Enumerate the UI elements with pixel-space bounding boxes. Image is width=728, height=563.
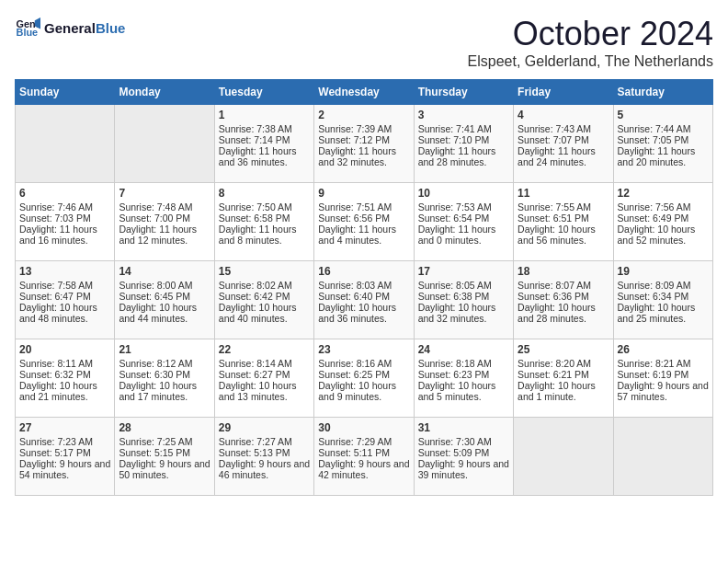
calendar-cell: 6 Sunrise: 7:46 AM Sunset: 7:03 PM Dayli… [16, 183, 115, 261]
daylight-text: Daylight: 10 hours and 32 minutes. [418, 302, 496, 324]
daylight-text: Daylight: 11 hours and 12 minutes. [119, 224, 197, 246]
calendar-cell: 11 Sunrise: 7:55 AM Sunset: 6:51 PM Dayl… [514, 183, 613, 261]
calendar-cell: 13 Sunrise: 7:58 AM Sunset: 6:47 PM Dayl… [16, 261, 115, 339]
sunset-text: Sunset: 5:15 PM [119, 447, 190, 458]
calendar-cell: 25 Sunrise: 8:20 AM Sunset: 6:21 PM Dayl… [514, 339, 613, 418]
sunrise-text: Sunrise: 7:58 AM [19, 280, 93, 291]
calendar-cell: 19 Sunrise: 8:09 AM Sunset: 6:34 PM Dayl… [613, 261, 712, 339]
sunset-text: Sunset: 6:36 PM [518, 291, 589, 302]
sunrise-text: Sunrise: 7:53 AM [418, 201, 492, 213]
daylight-text: Daylight: 10 hours and 56 minutes. [518, 224, 596, 246]
daylight-text: Daylight: 10 hours and 52 minutes. [618, 224, 696, 246]
daylight-text: Daylight: 9 hours and 50 minutes. [119, 458, 210, 480]
sunrise-text: Sunrise: 7:44 AM [618, 123, 691, 134]
day-number: 23 [318, 343, 409, 356]
day-number: 19 [618, 265, 709, 278]
calendar-week-row: 20 Sunrise: 8:11 AM Sunset: 6:32 PM Dayl… [16, 339, 713, 418]
sunrise-text: Sunrise: 8:16 AM [318, 358, 392, 369]
sunset-text: Sunset: 6:51 PM [518, 213, 589, 224]
sunset-text: Sunset: 6:42 PM [219, 291, 290, 302]
sunset-text: Sunset: 7:12 PM [318, 134, 390, 145]
sunset-text: Sunset: 5:11 PM [318, 447, 390, 458]
sunrise-text: Sunrise: 8:09 AM [618, 280, 691, 291]
day-number: 29 [219, 421, 310, 434]
sunrise-text: Sunrise: 7:30 AM [418, 436, 492, 447]
calendar-cell: 29 Sunrise: 7:27 AM Sunset: 5:13 PM Dayl… [214, 418, 313, 496]
day-number: 28 [119, 421, 210, 434]
sunset-text: Sunset: 6:23 PM [418, 369, 490, 380]
day-number: 6 [19, 187, 110, 200]
day-number: 8 [219, 187, 310, 200]
logo: General Blue GeneralBlue [15, 15, 125, 40]
sunrise-text: Sunrise: 7:51 AM [318, 201, 392, 213]
sunrise-text: Sunrise: 8:00 AM [119, 280, 192, 291]
day-number: 17 [418, 265, 509, 278]
calendar-cell: 30 Sunrise: 7:29 AM Sunset: 5:11 PM Dayl… [314, 418, 414, 496]
calendar-cell: 16 Sunrise: 8:03 AM Sunset: 6:40 PM Dayl… [314, 261, 414, 339]
sunrise-text: Sunrise: 8:18 AM [418, 358, 492, 369]
sunset-text: Sunset: 6:54 PM [418, 213, 490, 224]
sunrise-text: Sunrise: 7:56 AM [618, 201, 691, 213]
sunrise-text: Sunrise: 8:03 AM [318, 280, 392, 291]
sunset-text: Sunset: 6:32 PM [19, 369, 91, 380]
day-number: 2 [318, 109, 409, 121]
location-subtitle: Elspeet, Gelderland, The Netherlands [468, 53, 713, 70]
calendar-cell: 28 Sunrise: 7:25 AM Sunset: 5:15 PM Dayl… [115, 418, 214, 496]
daylight-text: Daylight: 10 hours and 21 minutes. [19, 380, 97, 402]
sunset-text: Sunset: 6:38 PM [418, 291, 490, 302]
daylight-text: Daylight: 10 hours and 9 minutes. [318, 380, 396, 402]
calendar-week-row: 13 Sunrise: 7:58 AM Sunset: 6:47 PM Dayl… [16, 261, 713, 339]
sunset-text: Sunset: 7:00 PM [119, 213, 190, 224]
sunrise-text: Sunrise: 7:46 AM [19, 201, 93, 213]
calendar-cell: 20 Sunrise: 8:11 AM Sunset: 6:32 PM Dayl… [16, 339, 115, 418]
calendar-cell: 3 Sunrise: 7:41 AM Sunset: 7:10 PM Dayli… [414, 105, 513, 183]
calendar-cell: 15 Sunrise: 8:02 AM Sunset: 6:42 PM Dayl… [214, 261, 313, 339]
sunset-text: Sunset: 6:21 PM [518, 369, 589, 380]
logo-icon: General Blue [15, 15, 40, 40]
daylight-text: Daylight: 10 hours and 36 minutes. [318, 302, 396, 324]
day-number: 26 [618, 343, 709, 356]
day-number: 30 [318, 421, 409, 434]
sunset-text: Sunset: 7:03 PM [19, 213, 91, 224]
calendar-cell: 1 Sunrise: 7:38 AM Sunset: 7:14 PM Dayli… [214, 105, 313, 183]
daylight-text: Daylight: 10 hours and 1 minute. [518, 380, 596, 402]
day-number: 22 [219, 343, 310, 356]
sunrise-text: Sunrise: 7:41 AM [418, 123, 492, 134]
sunset-text: Sunset: 6:58 PM [219, 213, 290, 224]
calendar-table: SundayMondayTuesdayWednesdayThursdayFrid… [15, 79, 713, 496]
daylight-text: Daylight: 11 hours and 8 minutes. [219, 224, 297, 246]
daylight-text: Daylight: 11 hours and 32 minutes. [318, 145, 396, 167]
daylight-text: Daylight: 9 hours and 42 minutes. [318, 458, 409, 480]
weekday-header-friday: Friday [514, 80, 613, 105]
sunrise-text: Sunrise: 8:05 AM [418, 280, 492, 291]
sunrise-text: Sunrise: 7:50 AM [219, 201, 292, 213]
weekday-header-sunday: Sunday [16, 80, 115, 105]
day-number: 5 [618, 109, 709, 121]
calendar-week-row: 1 Sunrise: 7:38 AM Sunset: 7:14 PM Dayli… [16, 105, 713, 183]
sunset-text: Sunset: 6:56 PM [318, 213, 390, 224]
sunset-text: Sunset: 7:14 PM [219, 134, 290, 145]
day-number: 4 [518, 109, 609, 121]
calendar-cell: 26 Sunrise: 8:21 AM Sunset: 6:19 PM Dayl… [613, 339, 712, 418]
calendar-cell: 2 Sunrise: 7:39 AM Sunset: 7:12 PM Dayli… [314, 105, 414, 183]
calendar-cell [115, 105, 214, 183]
day-number: 3 [418, 109, 509, 121]
sunset-text: Sunset: 6:30 PM [119, 369, 190, 380]
day-number: 10 [418, 187, 509, 200]
weekday-header-tuesday: Tuesday [214, 80, 313, 105]
sunset-text: Sunset: 5:09 PM [418, 447, 490, 458]
calendar-cell: 14 Sunrise: 8:00 AM Sunset: 6:45 PM Dayl… [115, 261, 214, 339]
sunrise-text: Sunrise: 7:55 AM [518, 201, 591, 213]
calendar-cell: 17 Sunrise: 8:05 AM Sunset: 6:38 PM Dayl… [414, 261, 513, 339]
sunrise-text: Sunrise: 8:14 AM [219, 358, 292, 369]
calendar-cell: 22 Sunrise: 8:14 AM Sunset: 6:27 PM Dayl… [214, 339, 313, 418]
calendar-week-row: 27 Sunrise: 7:23 AM Sunset: 5:17 PM Dayl… [16, 418, 713, 496]
daylight-text: Daylight: 9 hours and 39 minutes. [418, 458, 509, 480]
day-number: 12 [618, 187, 709, 200]
sunrise-text: Sunrise: 7:48 AM [119, 201, 192, 213]
calendar-cell: 23 Sunrise: 8:16 AM Sunset: 6:25 PM Dayl… [314, 339, 414, 418]
logo-text: GeneralBlue [44, 20, 125, 36]
daylight-text: Daylight: 10 hours and 13 minutes. [219, 380, 297, 402]
calendar-cell [514, 418, 613, 496]
daylight-text: Daylight: 9 hours and 46 minutes. [219, 458, 310, 480]
